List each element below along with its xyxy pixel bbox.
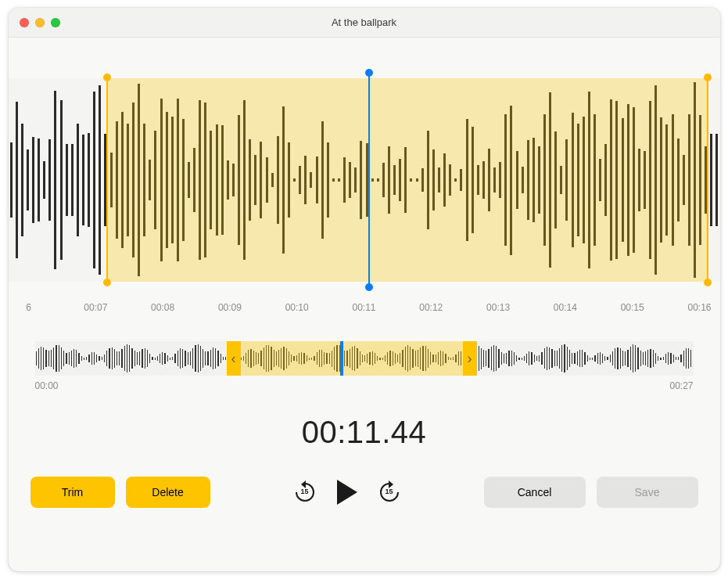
- waveform-bar: [152, 357, 152, 361]
- waveform-bar: [511, 351, 512, 367]
- skip-forward-amount: 15: [378, 488, 401, 495]
- overview-playhead[interactable]: [340, 341, 343, 376]
- trim-button[interactable]: Trim: [30, 477, 115, 508]
- waveform-bar: [551, 349, 552, 368]
- waveform-bar: [633, 344, 633, 372]
- waveform-bar: [643, 352, 644, 365]
- waveform-bar: [678, 357, 679, 360]
- waveform-bar: [665, 354, 666, 362]
- waveform-bar: [564, 344, 565, 372]
- waveform-bar: [531, 352, 532, 365]
- waveform-bar: [544, 348, 545, 368]
- waveform-bar: [134, 351, 135, 365]
- waveform-bar: [117, 351, 117, 366]
- waveform-bar: [561, 345, 562, 371]
- overview-time-labels: 00:00 00:27: [35, 380, 694, 391]
- waveform-bar: [587, 355, 588, 361]
- save-button[interactable]: Save: [597, 477, 698, 508]
- waveform-bar: [526, 354, 527, 364]
- waveform-bar: [198, 344, 199, 372]
- axis-tick-label: 00:16: [683, 302, 715, 313]
- waveform-bar: [129, 345, 130, 372]
- skip-back-amount: 15: [293, 488, 317, 495]
- waveform-bar: [112, 347, 113, 369]
- trim-selection[interactable]: [106, 78, 708, 282]
- waveform-bar: [668, 352, 669, 365]
- waveform-bar: [650, 349, 651, 369]
- waveform-bar: [680, 354, 681, 362]
- waveform-bar: [625, 351, 626, 365]
- trim-end-handle[interactable]: ›: [463, 341, 477, 376]
- waveform-bar: [160, 354, 160, 364]
- waveform-bar: [121, 349, 122, 368]
- waveform-bar: [71, 351, 72, 366]
- waveform-bar: [192, 348, 193, 369]
- waveform-bar: [663, 357, 664, 361]
- trim-start-handle[interactable]: ‹: [227, 341, 241, 376]
- waveform-bar: [481, 348, 482, 369]
- waveform-bar: [61, 347, 62, 370]
- waveform-bar: [119, 351, 120, 365]
- waveform-bar: [493, 345, 494, 372]
- waveform-bar: [524, 356, 525, 361]
- waveform-bar: [94, 352, 95, 365]
- waveform-bar: [504, 354, 504, 363]
- waveform-bar: [45, 350, 46, 367]
- waveform-bar: [60, 100, 63, 259]
- waveform-bar: [577, 351, 578, 365]
- skip-forward-15-button[interactable]: 15: [378, 480, 401, 504]
- waveform-bar: [167, 355, 168, 361]
- overview-selection[interactable]: ‹ ›: [227, 341, 477, 376]
- waveform-bar: [486, 351, 486, 366]
- waveform-bar: [549, 347, 550, 370]
- waveform-bar: [185, 351, 185, 366]
- waveform-bar: [43, 161, 45, 199]
- skip-back-15-button[interactable]: 15: [293, 480, 317, 504]
- waveform-bar: [501, 352, 502, 364]
- waveform-bar: [539, 355, 540, 362]
- waveform-bar: [104, 354, 105, 362]
- waveform-bar: [36, 351, 37, 365]
- waveform-bar: [48, 139, 51, 221]
- play-button[interactable]: [337, 480, 357, 505]
- waveform-bar: [86, 357, 87, 360]
- waveform-bar: [673, 354, 674, 362]
- titlebar: At the ballpark: [9, 8, 720, 38]
- waveform-bar: [66, 353, 66, 365]
- waveform-bar: [77, 124, 79, 236]
- waveform-bar: [76, 350, 77, 367]
- overview-waveform[interactable]: ‹ ›: [35, 341, 694, 376]
- waveform-bar: [106, 351, 107, 365]
- waveform-bar: [522, 358, 522, 360]
- voice-memo-edit-window: At the ballpark 600:0700:0800:0900:1000:…: [9, 8, 720, 571]
- waveform-bar: [559, 348, 560, 369]
- waveform-bar: [683, 351, 684, 365]
- waveform-bar: [139, 351, 140, 366]
- waveform-bar: [164, 353, 165, 363]
- window-title: At the ballpark: [9, 16, 720, 28]
- playhead-handle[interactable]: [368, 74, 370, 286]
- waveform-bar: [84, 358, 84, 360]
- waveform-bar: [506, 353, 507, 364]
- waveform-bar: [600, 352, 601, 365]
- waveform-bar: [157, 356, 158, 362]
- axis-tick-label: 00:10: [282, 302, 313, 313]
- axis-tick-label: 00:11: [348, 302, 379, 313]
- waveform-bar: [81, 356, 82, 361]
- waveform-bar: [483, 350, 484, 366]
- overview-start-time: 00:00: [35, 380, 59, 391]
- waveform-bar: [53, 347, 54, 370]
- delete-button[interactable]: Delete: [126, 477, 210, 508]
- waveform-bar: [32, 137, 34, 224]
- controls-row: Trim Delete 15 15: [9, 477, 720, 530]
- waveform-bar: [630, 347, 631, 370]
- waveform-bar: [109, 348, 109, 369]
- waveform-bar: [557, 351, 558, 367]
- waveform-bar: [574, 353, 575, 364]
- waveform-bar: [114, 349, 115, 368]
- waveform-bar: [547, 347, 547, 370]
- cancel-button[interactable]: Cancel: [484, 477, 586, 508]
- waveform-bar: [640, 351, 641, 366]
- waveform-bar: [43, 347, 44, 369]
- waveform-bar: [529, 351, 529, 365]
